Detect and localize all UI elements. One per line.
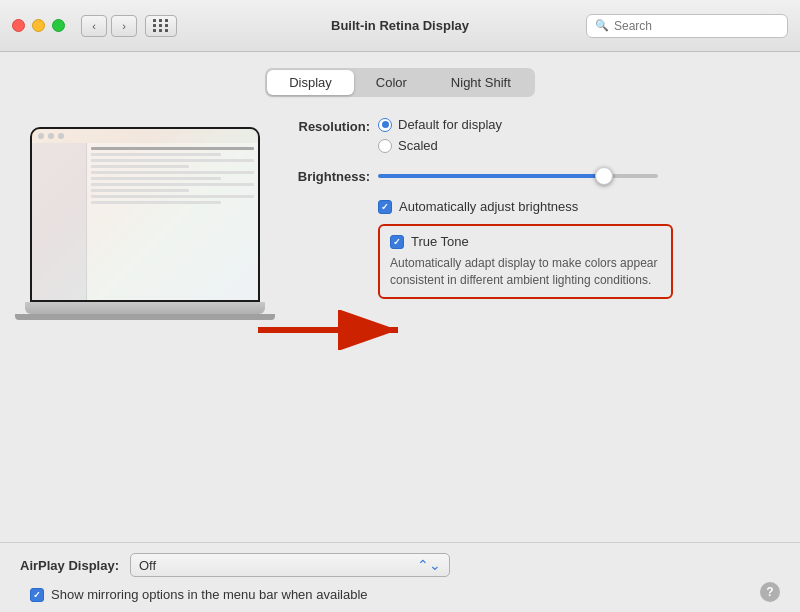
resolution-scaled-label: Scaled [398,138,438,153]
settings-layout: Resolution: Default for display Scaled B… [30,117,780,320]
forward-icon: › [122,20,126,32]
annotation-arrow [258,310,418,350]
laptop-screen-container [30,127,260,302]
laptop-bottom [15,314,275,320]
brightness-slider-track [378,174,658,178]
auto-brightness-checkbox-wrap[interactable]: Automatically adjust brightness [378,199,578,214]
mirroring-row: Show mirroring options in the menu bar w… [20,587,780,602]
tab-night-shift[interactable]: Night Shift [429,70,533,95]
true-tone-box: True Tone Automatically adapt display to… [378,224,673,299]
resolution-scaled-radio[interactable] [378,139,392,153]
airplay-row: AirPlay Display: Off ⌃⌄ [20,553,780,577]
resolution-default-radio[interactable] [378,118,392,132]
tabs: Display Color Night Shift [265,68,535,97]
laptop-preview [30,127,260,320]
tabs-container: Display Color Night Shift [20,68,780,97]
resolution-default-option[interactable]: Default for display [378,117,502,132]
airplay-label: AirPlay Display: [20,558,120,573]
brightness-slider-thumb[interactable] [595,167,613,185]
grid-icon [153,19,169,32]
mirroring-checkbox[interactable] [30,588,44,602]
auto-brightness-row: Automatically adjust brightness [378,199,780,214]
back-icon: ‹ [92,20,96,32]
brightness-label: Brightness: [280,169,370,184]
airplay-select[interactable]: Off ⌃⌄ [130,553,450,577]
resolution-label: Resolution: [280,117,370,134]
bottom-area: AirPlay Display: Off ⌃⌄ Show mirroring o… [0,542,800,612]
screen-sidebar [32,143,87,300]
resolution-options: Default for display Scaled [378,117,502,153]
back-button[interactable]: ‹ [81,15,107,37]
laptop-screen [32,129,258,300]
screen-menubar [32,129,258,143]
search-input[interactable] [614,19,779,33]
maximize-button[interactable] [52,19,65,32]
main-content: Display Color Night Shift [0,52,800,612]
laptop-base [25,302,265,314]
search-box[interactable]: 🔍 [586,14,788,38]
tab-display[interactable]: Display [267,70,354,95]
true-tone-label: True Tone [411,234,469,249]
mirroring-label: Show mirroring options in the menu bar w… [51,587,368,602]
resolution-row: Resolution: Default for display Scaled [280,117,780,153]
true-tone-description: Automatically adapt display to make colo… [390,255,661,289]
grid-button[interactable] [145,15,177,37]
true-tone-checkbox[interactable] [390,235,404,249]
screen-main [87,143,258,300]
auto-brightness-label: Automatically adjust brightness [399,199,578,214]
traffic-lights [12,19,65,32]
minimize-button[interactable] [32,19,45,32]
help-icon: ? [766,585,773,599]
screen-content [32,143,258,300]
auto-brightness-checkbox[interactable] [378,200,392,214]
true-tone-header: True Tone [390,234,661,249]
nav-buttons: ‹ › [81,15,137,37]
chevron-icon: ⌃⌄ [417,557,441,573]
airplay-value: Off [139,558,156,573]
brightness-slider-container[interactable] [378,167,658,185]
title-bar: ‹ › Built-in Retina Display 🔍 [0,0,800,52]
resolution-default-label: Default for display [398,117,502,132]
resolution-scaled-option[interactable]: Scaled [378,138,502,153]
help-button[interactable]: ? [760,582,780,602]
tab-color[interactable]: Color [354,70,429,95]
search-icon: 🔍 [595,19,609,32]
settings-panel: Resolution: Default for display Scaled B… [280,117,780,299]
brightness-row: Brightness: [280,167,780,185]
forward-button[interactable]: › [111,15,137,37]
window-title: Built-in Retina Display [331,18,469,33]
close-button[interactable] [12,19,25,32]
